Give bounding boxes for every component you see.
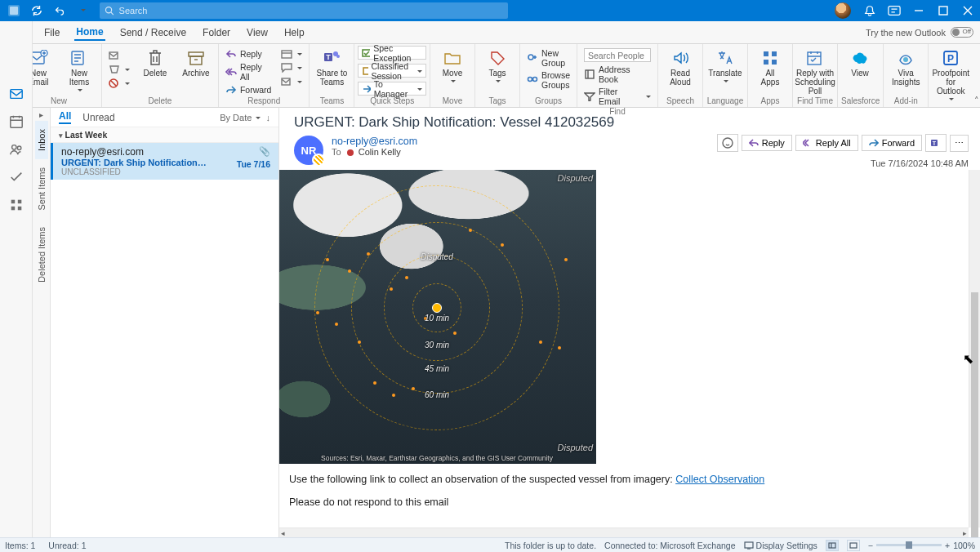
undo-icon[interactable] [51, 2, 69, 20]
folder-deleted[interactable]: Deleted Items [35, 219, 48, 291]
svg-text:T: T [327, 53, 332, 61]
reply-all-button[interactable]: Reply All [222, 61, 275, 82]
message-item[interactable]: 📎 no-reply@esri.com URGENT: Dark Ship No… [51, 143, 278, 180]
filter-unread[interactable]: Unread [82, 112, 114, 123]
translate-button[interactable]: Translate [706, 46, 744, 84]
reading-forward-button[interactable]: Forward [862, 135, 922, 151]
message-list: All Unread By Date ↓ Last Week 📎 no-repl… [51, 108, 279, 537]
react-button[interactable] [717, 134, 738, 152]
search-box[interactable] [100, 2, 508, 19]
folder-sent[interactable]: Sent Items [35, 159, 48, 219]
close-button[interactable] [956, 0, 980, 21]
ribbon-collapse-button[interactable]: ˄ [973, 44, 980, 107]
tags-button[interactable]: Tags [479, 46, 516, 84]
ribbon-group-delete: Delete Archive Delete [102, 44, 219, 107]
all-apps-button[interactable]: All Apps [751, 46, 789, 87]
collect-observation-link[interactable]: Collect Observation [675, 474, 764, 485]
ribbon-group-viva: Viva Insights Add-in [884, 44, 929, 107]
svg-point-30 [528, 78, 532, 82]
forward-button[interactable]: Forward [222, 83, 275, 96]
reading-vscrollbar[interactable] [969, 170, 980, 528]
folder-inbox[interactable]: Inbox [35, 121, 48, 159]
svg-rect-46 [850, 543, 857, 548]
filter-email-button[interactable]: Filter Email [581, 86, 654, 107]
ribbon-group-quick-steps: Spec Exception Classified Session To Man… [354, 44, 430, 107]
zoom-in-button[interactable]: + [945, 541, 950, 550]
user-avatar[interactable] [835, 2, 851, 19]
svg-rect-21 [282, 51, 292, 58]
tab-home[interactable]: Home [74, 24, 105, 41]
ribbon-group-move: Move Move [430, 44, 475, 107]
reading-more-button[interactable]: ⋯ [950, 135, 969, 152]
map-watermark-top: Disputed [558, 173, 593, 183]
tab-folder[interactable]: Folder [201, 25, 232, 40]
junk-button[interactable] [105, 77, 133, 90]
svg-rect-17 [109, 52, 118, 59]
tab-help[interactable]: Help [283, 25, 306, 40]
zoom-slider[interactable] [876, 544, 942, 546]
viva-insights-button[interactable]: Viva Insights [887, 46, 924, 87]
ignore-button[interactable] [105, 49, 133, 62]
im-button[interactable] [278, 61, 305, 74]
folder-pane-expand[interactable]: ▸ [33, 108, 50, 121]
todo-rail-icon[interactable] [7, 168, 25, 186]
sender-avatar[interactable]: NR [294, 136, 323, 165]
mail-rail-icon[interactable] [7, 85, 25, 103]
archive-button[interactable]: Archive [177, 46, 215, 78]
salesforce-view-button[interactable]: View [841, 46, 879, 78]
tab-send-receive[interactable]: Send / Receive [118, 25, 188, 40]
people-rail-icon[interactable] [7, 140, 25, 158]
svg-rect-44 [745, 542, 753, 548]
tab-file[interactable]: File [42, 25, 61, 40]
message-from: no-reply@esri.com [61, 146, 270, 158]
new-items-button[interactable]: New Items [60, 46, 98, 93]
view-normal-button[interactable] [826, 540, 839, 551]
search-people-input[interactable] [584, 48, 651, 62]
try-new-outlook-toggle[interactable] [951, 27, 973, 38]
map-label-disputed: Disputed [421, 252, 452, 261]
search-input[interactable] [119, 6, 503, 16]
maximize-button[interactable] [931, 0, 956, 21]
sync-icon[interactable] [28, 2, 46, 20]
zoom-percent[interactable]: 100% [953, 541, 975, 550]
proofpoint-button[interactable]: PProofpoint for Outlook [932, 46, 969, 102]
more-apps-rail-icon[interactable] [7, 196, 25, 214]
read-aloud-button[interactable]: Read Aloud [662, 46, 699, 87]
filter-all[interactable]: All [59, 110, 71, 124]
new-group-button[interactable]: New Group [523, 47, 573, 69]
reply-button[interactable]: Reply [222, 47, 275, 60]
browse-groups-button[interactable]: Browse Groups [523, 69, 573, 91]
share-to-teams-button[interactable]: T Share to Teams [313, 46, 350, 87]
svg-rect-9 [11, 200, 15, 204]
more-respond-button[interactable] [278, 75, 305, 88]
tab-view[interactable]: View [245, 25, 270, 40]
minimize-button[interactable] [906, 0, 931, 21]
status-unread: Unread: 1 [48, 541, 86, 550]
view-reading-button[interactable] [847, 540, 860, 551]
zoom-out-button[interactable]: − [868, 541, 873, 550]
address-book-button[interactable]: Address Book [581, 64, 654, 85]
quick-step-classified-session[interactable]: Classified Session [358, 64, 426, 78]
qat-dropdown[interactable] [74, 2, 91, 20]
move-button[interactable]: Move [434, 46, 471, 84]
msg-group-header[interactable]: Last Week [51, 127, 278, 143]
quick-step-to-manager[interactable]: To Manager [358, 82, 426, 96]
meeting-button[interactable] [278, 47, 305, 60]
reading-reply-button[interactable]: Reply [742, 135, 792, 151]
scheduling-poll-button[interactable]: Reply with Scheduling Poll [796, 46, 834, 96]
calendar-rail-icon[interactable] [7, 113, 25, 131]
coming-soon-icon[interactable] [882, 0, 906, 21]
display-settings-button[interactable]: Display Settings [744, 541, 817, 550]
reading-reply-all-button[interactable]: Reply All [795, 135, 858, 151]
reading-hscrollbar[interactable]: ◂▸ [279, 528, 969, 537]
svg-rect-3 [889, 7, 900, 16]
quick-step-spec-exception[interactable]: Spec Exception [358, 46, 426, 60]
delete-button[interactable]: Delete [136, 46, 174, 78]
outlook-logo-icon [5, 2, 23, 20]
cleanup-button[interactable] [105, 63, 133, 76]
reading-vscroll-thumb[interactable] [971, 292, 978, 537]
notifications-icon[interactable] [858, 0, 882, 21]
reading-teams-button[interactable]: T [925, 134, 947, 152]
ribbon-group-apps: All Apps Apps [748, 44, 793, 107]
sort-by-date[interactable]: By Date ↓ [220, 113, 270, 122]
